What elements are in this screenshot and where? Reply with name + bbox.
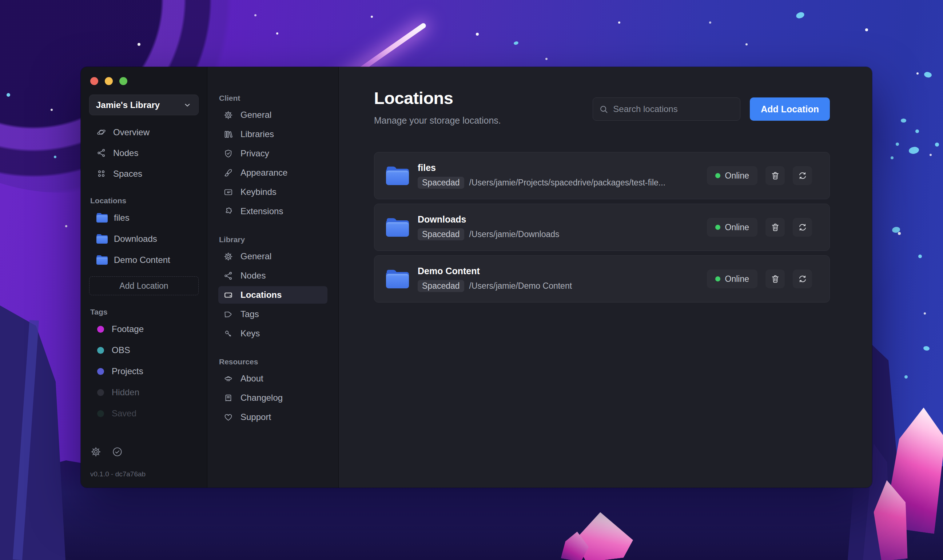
chevron-down-icon [183,101,192,109]
settings-item-support[interactable]: Support [218,408,327,426]
spaces-grid-icon [96,169,106,178]
settings-group-library: Library General Nodes Locations Tags [218,235,327,342]
status-label: Online [725,223,749,232]
settings-item-libraries[interactable]: Libraries [218,125,327,143]
delete-location-button[interactable] [766,218,785,237]
rescan-location-button[interactable] [793,166,812,185]
tag-icon [223,309,233,319]
planet-icon [96,127,106,137]
wallpaper-blob [896,143,899,146]
node-badge: Spacedad [418,177,464,189]
online-dot [715,276,720,282]
rescan-location-button[interactable] [793,269,812,288]
sidebar-nav: Overview Nodes Spaces [89,122,199,184]
library-selector-label: Jamie's Library [96,100,160,110]
sidebar-add-location-button[interactable]: Add Location [89,276,199,295]
app-version: v0.1.0 - dc7a76ab [90,470,197,482]
settings-group-client: Client General Libraries Privacy Appeara… [218,94,327,220]
folder-icon [96,234,108,244]
search-icon [599,105,609,114]
trash-icon [770,274,780,284]
receipt-icon [223,393,233,403]
wallpaper-blob [924,71,932,78]
app-window: Jamie's Library Overview Nodes Spaces Lo… [81,67,872,488]
zoom-window-button[interactable] [119,77,127,85]
close-window-button[interactable] [90,77,98,85]
tag-footage[interactable]: Footage [89,318,199,340]
settings-item-library-keys[interactable]: Keys [218,325,327,342]
wallpaper-blob [935,143,939,146]
sidebar-item-overview[interactable]: Overview [89,122,199,143]
online-dot [715,173,720,178]
location-row-demo-content: Demo Content Spacedad /Users/jamie/Demo … [374,255,830,303]
tag-hidden[interactable]: Hidden [89,382,199,403]
status-check-button[interactable] [112,446,123,458]
location-label: files [114,213,129,223]
sidebar-tags-list: Footage OBS Projects Hidden Saved [89,318,199,424]
wallpaper-blob [915,129,919,133]
location-name: files [418,163,666,173]
folder-icon [96,255,108,265]
settings-item-library-tags[interactable]: Tags [218,305,327,323]
settings-item-about[interactable]: About [218,370,327,387]
settings-item-library-locations[interactable]: Locations [218,286,327,304]
gear-icon [223,252,233,262]
puzzle-icon [223,206,233,216]
wallpaper-blob [513,41,519,45]
sidebar-locations-list: files Downloads Demo Content [89,207,199,271]
folder-icon [96,213,108,223]
minimize-window-button[interactable] [105,77,113,85]
settings-gear-button[interactable] [90,446,102,458]
location-row-files: files Spacedad /Users/jamie/Projects/spa… [374,152,830,199]
settings-item-label: Nodes [240,271,266,281]
sidebar-item-label: Overview [113,127,149,137]
settings-item-library-nodes[interactable]: Nodes [218,267,327,285]
settings-item-label: Appearance [240,168,287,178]
folder-icon [386,270,409,288]
desktop: Jamie's Library Overview Nodes Spaces Lo… [0,0,943,560]
library-selector[interactable]: Jamie's Library [89,95,199,115]
wallpaper-blob [918,255,922,258]
sidebar-location-demo-content[interactable]: Demo Content [89,249,199,271]
add-location-button[interactable]: Add Location [750,97,830,121]
sidebar-item-nodes[interactable]: Nodes [89,143,199,163]
locations-list: files Spacedad /Users/jamie/Projects/spa… [374,152,830,303]
settings-group-header: Client [219,94,327,103]
settings-item-label: General [240,251,271,262]
settings-item-privacy[interactable]: Privacy [218,145,327,162]
settings-item-changelog[interactable]: Changelog [218,389,327,406]
status-badge: Online [707,218,757,237]
tag-obs[interactable]: OBS [89,340,199,361]
rescan-location-button[interactable] [793,218,812,237]
sidebar-item-spaces[interactable]: Spaces [89,163,199,184]
tag-saved[interactable]: Saved [89,403,199,424]
sidebar-location-files[interactable]: files [89,207,199,228]
settings-item-label: Libraries [240,129,274,139]
settings-item-general[interactable]: General [218,106,327,124]
location-path: /Users/jamie/Projects/spacedrive/package… [469,178,666,188]
settings-item-library-general[interactable]: General [218,248,327,265]
sidebar-item-label: Nodes [113,148,138,158]
settings-group-header: Resources [219,357,327,366]
trash-icon [770,171,780,180]
delete-location-button[interactable] [766,166,785,185]
settings-item-extensions[interactable]: Extensions [218,203,327,220]
settings-item-label: Extensions [240,206,283,216]
main-content: Locations Manage your storage locations.… [339,67,872,488]
sidebar-location-downloads[interactable]: Downloads [89,228,199,249]
tag-projects[interactable]: Projects [89,361,199,382]
folder-icon [386,166,409,185]
key-icon [223,329,233,338]
tag-color-dot [97,389,104,396]
check-circle-icon [112,446,123,457]
tag-color-dot [97,347,104,354]
nodes-icon [96,148,106,158]
search-input[interactable] [613,104,734,114]
status-label: Online [725,171,749,181]
delete-location-button[interactable] [766,269,785,288]
settings-item-keybinds[interactable]: Keybinds [218,183,327,201]
settings-item-appearance[interactable]: Appearance [218,164,327,182]
paintbrush-icon [223,168,233,178]
wallpaper-blob [904,375,908,378]
settings-group-resources: Resources About Changelog Support [218,357,327,426]
